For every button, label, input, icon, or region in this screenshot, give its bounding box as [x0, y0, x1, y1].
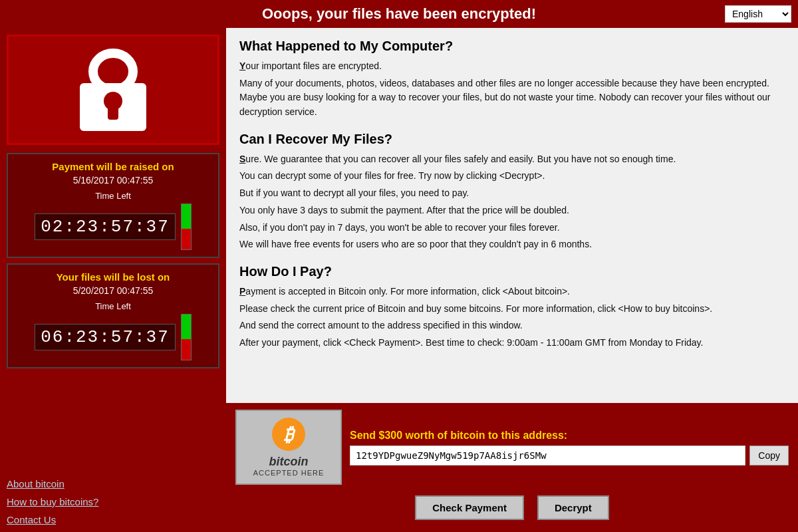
header: Ooops, your files have been encrypted! E… — [0, 0, 798, 28]
bitcoin-accepted-text: ACCEPTED HERE — [253, 469, 325, 477]
section3-p1: Payment is accepted in Bitcoin only. For… — [239, 285, 785, 299]
bitcoin-logo-text: bitcoin — [269, 455, 309, 469]
how-to-buy-link[interactable]: How to buy bitcoins? — [7, 496, 219, 507]
section1-p2: Many of your documents, photos, videos, … — [239, 76, 785, 120]
timer1-display: 02:23:57:37 — [35, 213, 176, 240]
address-row: Copy — [350, 446, 789, 466]
section1-heading: What Happened to My Computer? — [239, 39, 785, 54]
bitcoin-circle-icon: ₿ — [272, 418, 305, 451]
main-content: Payment will be raised on 5/16/2017 00:4… — [0, 28, 798, 532]
check-payment-button[interactable]: Check Payment — [415, 495, 524, 520]
section-can-i-recover: Can I Recover My Files? Sure. We guarant… — [239, 132, 785, 252]
scroll-area[interactable]: What Happened to My Computer? Your impor… — [226, 28, 798, 403]
timer2-display: 06:23:57:37 — [35, 324, 176, 350]
language-selector-wrap[interactable]: English Chinese Spanish French German Ru… — [725, 5, 791, 23]
contact-us-link[interactable]: Contact Us — [7, 514, 219, 525]
section2-heading: Can I Recover My Files? — [239, 132, 785, 147]
first-letter-p: P — [239, 286, 245, 297]
first-letter-y: Y — [239, 61, 245, 71]
section2-p2: You can decrypt some of your files for f… — [239, 169, 785, 184]
time-left-label-2: Time Left — [16, 301, 210, 311]
bitcoin-footer-top: ₿ bitcoin ACCEPTED HERE Send $300 worth … — [235, 410, 789, 485]
lock-icon-area — [7, 35, 219, 145]
bitcoin-right: Send $300 worth of bitcoin to this addre… — [350, 410, 789, 485]
bitcoin-address-input[interactable] — [350, 446, 745, 466]
send-label: Send $300 worth of bitcoin to this addre… — [350, 430, 789, 442]
section2-p6: We will have free events for users who a… — [239, 237, 785, 252]
svg-rect-3 — [108, 105, 118, 120]
section3-heading: How Do I Pay? — [239, 264, 785, 279]
left-links: About bitcoin How to buy bitcoins? Conta… — [7, 471, 219, 525]
about-bitcoin-link[interactable]: About bitcoin — [7, 478, 219, 489]
bottom-buttons: Check Payment Decrypt — [235, 490, 789, 525]
bitcoin-footer: ₿ bitcoin ACCEPTED HERE Send $300 worth … — [226, 403, 798, 532]
progress-red-2 — [182, 339, 191, 360]
section-how-do-i-pay: How Do I Pay? Payment is accepted in Bit… — [239, 264, 785, 350]
left-panel: Payment will be raised on 5/16/2017 00:4… — [0, 28, 226, 532]
right-panel: What Happened to My Computer? Your impor… — [226, 28, 798, 532]
section2-p5: Also, if you don't pay in 7 days, you wo… — [239, 221, 785, 235]
decrypt-button[interactable]: Decrypt — [537, 495, 609, 520]
payment-raise-label: Payment will be raised on — [16, 161, 210, 172]
section3-p2: Please check the current price of Bitcoi… — [239, 302, 785, 317]
progress-red-1 — [182, 229, 191, 249]
language-select[interactable]: English Chinese Spanish French German Ru… — [725, 5, 791, 23]
progress-bar-1 — [181, 203, 192, 250]
bitcoin-logo-box: ₿ bitcoin ACCEPTED HERE — [235, 410, 342, 485]
section2-p4: You only have 3 days to submit the payme… — [239, 203, 785, 218]
section3-p4: After your payment, click <Check Payment… — [239, 336, 785, 350]
files-lost-date: 5/20/2017 00:47:55 — [16, 285, 210, 296]
section3-p3: And send the correct amount to the addre… — [239, 319, 785, 333]
section2-p1: Sure. We guarantee that you can recover … — [239, 152, 785, 167]
lock-icon — [73, 47, 153, 133]
progress-green-2 — [182, 315, 191, 339]
files-lost-timer: Your files will be lost on 5/20/2017 00:… — [7, 263, 219, 368]
section-what-happened: What Happened to My Computer? Your impor… — [239, 39, 785, 120]
section1-p1: Your important files are encrypted. — [239, 59, 785, 74]
files-lost-label: Your files will be lost on — [16, 271, 210, 283]
payment-raise-timer: Payment will be raised on 5/16/2017 00:4… — [7, 153, 219, 258]
time-left-label-1: Time Left — [16, 191, 210, 201]
payment-raise-date: 5/16/2017 00:47:55 — [16, 175, 210, 186]
progress-bar-2 — [181, 314, 192, 360]
timer2-row: 06:23:57:37 — [16, 314, 210, 360]
first-letter-s: S — [239, 154, 245, 164]
header-title: Ooops, your files have been encrypted! — [262, 5, 536, 23]
timer1-row: 02:23:57:37 — [16, 203, 210, 250]
bitcoin-b-letter: ₿ — [284, 424, 293, 446]
copy-button[interactable]: Copy — [749, 446, 789, 466]
progress-green-1 — [182, 204, 191, 229]
section2-p3: But if you want to decrypt all your file… — [239, 186, 785, 201]
